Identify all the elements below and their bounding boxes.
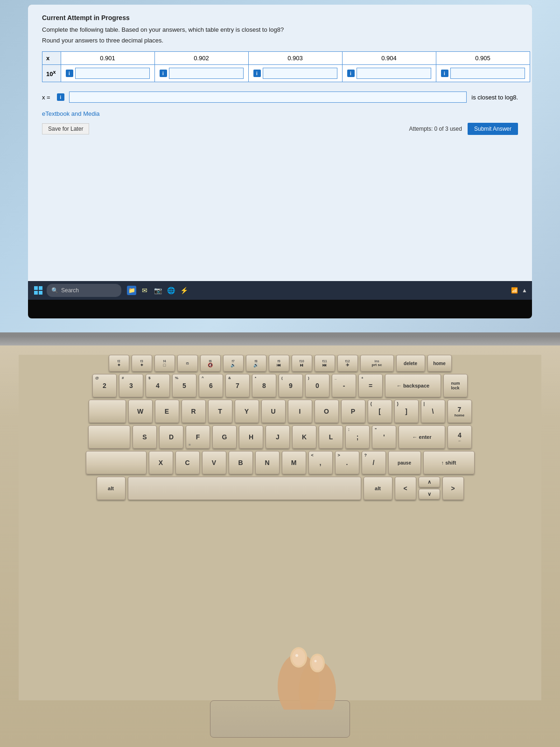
key-f4[interactable]: f5 (177, 355, 198, 372)
key-alt-right[interactable]: alt (364, 477, 392, 500)
key-f9[interactable]: f10 ⏯ (292, 355, 312, 372)
key-w[interactable]: W (128, 400, 153, 423)
key-arrow-up[interactable]: ∧ (419, 477, 440, 487)
key-m[interactable]: M (282, 451, 306, 474)
key-shift-right[interactable]: ↑ shift (423, 451, 475, 474)
input-cell-3[interactable] (263, 68, 337, 79)
key-period[interactable]: > . (335, 451, 359, 474)
key-g[interactable]: G (212, 425, 237, 449)
submit-answer-button[interactable]: Submit Answer (468, 123, 518, 135)
key-arrow-down[interactable]: ∨ (419, 489, 440, 500)
key-j[interactable]: J (266, 425, 290, 449)
info-icon-4[interactable]: i (347, 70, 355, 77)
key-delete[interactable]: delete (396, 355, 425, 372)
key-6[interactable]: ^ 6 (199, 374, 223, 397)
answer-input[interactable] (69, 92, 467, 103)
taskbar-edge-icon[interactable]: ⚡ (179, 286, 189, 295)
key-r[interactable]: R (182, 400, 206, 423)
key-8[interactable]: * 8 (252, 374, 276, 397)
key-o[interactable]: O (315, 400, 339, 423)
info-icon-2[interactable]: i (160, 70, 167, 77)
key-7-num[interactable]: 7home (448, 400, 472, 423)
key-k[interactable]: K (292, 425, 316, 449)
taskbar-browser-icon[interactable]: 🌐 (166, 286, 175, 295)
key-quote[interactable]: " ' (372, 425, 396, 449)
etextbook-link[interactable]: eTextbook and Media (42, 110, 518, 117)
key-y[interactable]: Y (235, 400, 259, 423)
key-f[interactable]: F = (186, 425, 210, 449)
key-backslash[interactable]: | \ (421, 400, 445, 423)
input-cell-4[interactable] (357, 68, 431, 79)
key-backspace[interactable]: ← backspace (385, 374, 441, 397)
key-bracket-open[interactable]: { [ (368, 400, 392, 423)
taskbar-wifi-icon[interactable]: 📶 (511, 287, 518, 294)
key-f5[interactable]: f6 🔇 (200, 355, 221, 372)
key-pause[interactable]: pause (388, 451, 421, 474)
cell-3[interactable]: i (248, 65, 342, 82)
key-alt-left[interactable]: alt (97, 477, 126, 500)
answer-info-icon[interactable]: i (57, 93, 64, 101)
key-f1[interactable]: f2 ✦ (109, 355, 129, 372)
key-e[interactable]: E (155, 400, 179, 423)
input-cell-2[interactable] (169, 68, 244, 79)
key-d[interactable]: D (159, 425, 183, 449)
info-icon-3[interactable]: i (253, 70, 261, 77)
key-arrow-right[interactable]: > (442, 477, 464, 500)
key-comma[interactable]: < , (308, 451, 333, 474)
key-f8[interactable]: f9 ⏮ (269, 355, 289, 372)
key-s[interactable]: S (133, 425, 157, 449)
key-7[interactable]: & 7 (225, 374, 250, 397)
key-l[interactable]: L (319, 425, 343, 449)
key-2[interactable]: @ 2 (92, 374, 117, 397)
key-slash[interactable]: ? / (362, 451, 386, 474)
key-c[interactable]: C (175, 451, 200, 474)
cell-5[interactable]: i (436, 65, 530, 82)
info-icon-5[interactable]: i (441, 70, 448, 77)
key-x[interactable]: X (149, 451, 173, 474)
input-cell-5[interactable] (450, 68, 525, 79)
key-0[interactable]: ) 0 (305, 374, 329, 397)
key-semicolon[interactable]: : ; (345, 425, 370, 449)
key-9[interactable]: ( 9 (279, 374, 303, 397)
key-prtsc[interactable]: ins prt sc (360, 355, 394, 372)
save-for-later-button[interactable]: Save for Later (42, 123, 89, 134)
cell-2[interactable]: i (154, 65, 248, 82)
key-b[interactable]: B (229, 451, 253, 474)
key-f7[interactable]: f8 🔊 (246, 355, 266, 372)
key-equals[interactable]: + = (358, 374, 383, 397)
taskbar-search-bar[interactable]: 🔍 Search (47, 284, 121, 297)
key-h[interactable]: H (239, 425, 263, 449)
key-u[interactable]: U (261, 400, 286, 423)
key-f2[interactable]: f3 ✦ (132, 355, 152, 372)
info-icon-1[interactable]: i (66, 70, 73, 77)
key-arrow-left[interactable]: < (395, 477, 416, 500)
key-enter[interactable]: ← enter (399, 425, 445, 449)
key-i[interactable]: I (288, 400, 312, 423)
key-4-num[interactable]: 4← (448, 425, 472, 449)
windows-start-button[interactable] (33, 285, 44, 296)
key-f11[interactable]: f12 ✈ (337, 355, 358, 372)
key-space[interactable] (128, 477, 361, 500)
taskbar-file-icon[interactable]: 📁 (127, 286, 136, 295)
key-4[interactable]: $ 4 (146, 374, 170, 397)
key-f3[interactable]: f4 □ (154, 355, 175, 372)
key-capslock[interactable] (88, 425, 130, 449)
taskbar-camera-icon[interactable]: 📷 (153, 286, 162, 295)
taskbar-mail-icon[interactable]: ✉ (140, 286, 149, 295)
key-3[interactable]: # 3 (119, 374, 143, 397)
key-minus[interactable]: _ - (332, 374, 356, 397)
key-home[interactable]: home (427, 355, 452, 372)
key-numlock[interactable]: numlock (443, 374, 468, 397)
key-bracket-close[interactable]: } ] (394, 400, 419, 423)
input-cell-1[interactable] (75, 68, 150, 79)
key-f10[interactable]: f11 ⏭ (315, 355, 335, 372)
key-5[interactable]: % 5 (172, 374, 196, 397)
key-shift-left[interactable] (86, 451, 147, 474)
key-tab[interactable] (89, 400, 126, 423)
key-f6[interactable]: f7 🔉 (223, 355, 244, 372)
cell-4[interactable]: i (342, 65, 436, 82)
key-t[interactable]: T (208, 400, 232, 423)
key-n[interactable]: N (255, 451, 280, 474)
key-v[interactable]: V (202, 451, 226, 474)
key-p[interactable]: P (341, 400, 365, 423)
